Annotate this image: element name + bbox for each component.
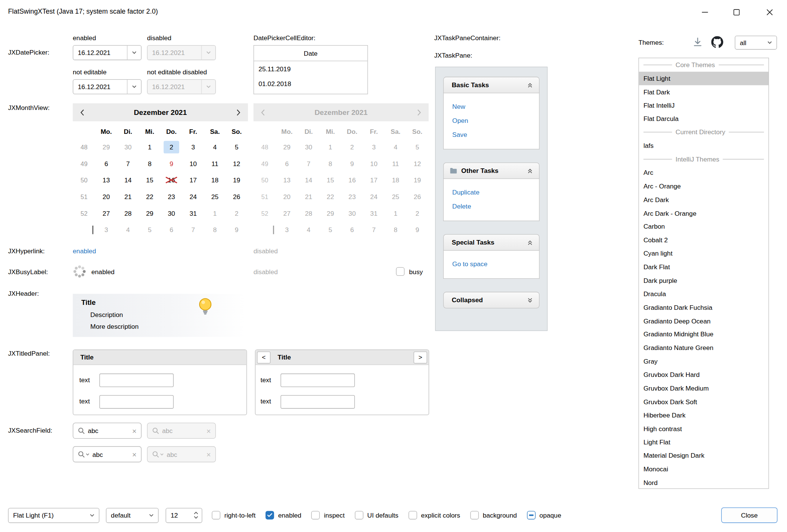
checkbox-ui-defaults[interactable]: UI defaults bbox=[355, 511, 398, 519]
theme-list-item[interactable]: Gradianto Nature Green bbox=[639, 341, 768, 355]
theme-list-item[interactable]: Hiberbee Dark bbox=[639, 408, 768, 422]
theme-list-item[interactable]: Gruvbox Dark Medium bbox=[639, 381, 768, 395]
datepicker-dropdown-button[interactable] bbox=[127, 80, 141, 94]
close-button[interactable]: Close bbox=[721, 507, 778, 523]
calendar-day[interactable]: 3 bbox=[182, 139, 204, 155]
checkbox-inspect[interactable]: inspect bbox=[312, 511, 345, 519]
calendar-day[interactable]: 30 bbox=[161, 205, 182, 222]
theme-list-item[interactable]: Arc Dark bbox=[639, 193, 768, 207]
calendar-day[interactable]: 7 bbox=[298, 155, 320, 172]
calendar-day[interactable]: 24 bbox=[363, 188, 385, 205]
calendar-day[interactable]: 6 bbox=[276, 155, 297, 172]
theme-list-item[interactable]: Gruvbox Dark Soft bbox=[639, 395, 768, 409]
calendar-day[interactable]: 8 bbox=[139, 155, 161, 172]
checkbox-box[interactable] bbox=[212, 511, 220, 519]
theme-list-item[interactable]: Flat IntelliJ bbox=[639, 99, 768, 112]
calendar-day[interactable]: 14 bbox=[298, 172, 320, 189]
close-window-button[interactable] bbox=[758, 2, 781, 22]
calendar-day[interactable]: 3 bbox=[95, 221, 117, 238]
calendar-day[interactable]: 22 bbox=[139, 188, 161, 205]
calendar-day[interactable]: 26 bbox=[226, 188, 247, 205]
calendar-day[interactable]: 8 bbox=[320, 155, 341, 172]
taskpane-header[interactable]: Special Tasks bbox=[443, 234, 540, 251]
minimize-button[interactable] bbox=[693, 2, 716, 22]
calendar-day[interactable]: 28 bbox=[298, 205, 320, 222]
theme-list-item[interactable]: Flat Dark bbox=[639, 85, 768, 99]
calendar-day[interactable]: 4 bbox=[385, 139, 406, 155]
calendar-day[interactable]: 3 bbox=[363, 139, 385, 155]
calendar-day[interactable]: 12 bbox=[226, 155, 247, 172]
theme-list-item[interactable]: Flat Light bbox=[639, 72, 768, 85]
checkbox-explicit-colors[interactable]: explicit colors bbox=[408, 511, 460, 519]
calendar-day[interactable]: 30 bbox=[298, 139, 320, 155]
calendar-day[interactable]: 17 bbox=[363, 172, 385, 189]
calendar-day[interactable]: 29 bbox=[276, 139, 297, 155]
search-input[interactable] bbox=[88, 427, 129, 435]
calendar-day[interactable]: 2 bbox=[341, 139, 363, 155]
calendar-day[interactable]: 25 bbox=[204, 188, 226, 205]
calendar-day[interactable]: 5 bbox=[406, 139, 428, 155]
calendar-day[interactable]: 13 bbox=[95, 172, 117, 189]
calendar-day[interactable]: 31 bbox=[182, 205, 204, 222]
datepicker-enabled[interactable]: 16.12.2021 bbox=[73, 45, 142, 60]
theme-list-item[interactable]: Arc Dark - Orange bbox=[639, 206, 768, 220]
laf-combobox[interactable]: Flat Light (F1) bbox=[8, 508, 99, 523]
checkbox-enabled[interactable]: enabled bbox=[266, 511, 301, 519]
busy-checkbox[interactable] bbox=[396, 267, 405, 276]
theme-list-item[interactable]: Light Flat bbox=[639, 435, 768, 449]
calendar-day[interactable]: 6 bbox=[161, 221, 182, 238]
theme-list-item[interactable]: Material Design Dark bbox=[639, 449, 768, 463]
calendar-day[interactable]: 10 bbox=[363, 155, 385, 172]
taskpane-header[interactable]: Collapsed bbox=[443, 292, 540, 309]
download-themes-icon[interactable] bbox=[692, 37, 703, 48]
calendar-day[interactable]: 25 bbox=[385, 188, 406, 205]
calendar-day[interactable]: 2 bbox=[161, 139, 182, 155]
calendar-day[interactable]: 1 bbox=[320, 139, 341, 155]
calendar-day[interactable]: 15 bbox=[139, 172, 161, 189]
theme-list-item[interactable]: Gruvbox Dark Hard bbox=[639, 368, 768, 382]
checkbox-box[interactable] bbox=[408, 511, 417, 519]
calendar-day[interactable]: 20 bbox=[276, 188, 297, 205]
theme-list-item[interactable]: Dracula bbox=[639, 287, 768, 301]
calendar-day[interactable]: 5 bbox=[226, 139, 247, 155]
taskpane-header[interactable]: Basic Tasks bbox=[443, 77, 540, 93]
calendar-day[interactable]: 7 bbox=[117, 155, 139, 172]
calendar-day[interactable]: 4 bbox=[117, 221, 139, 238]
calendar-day[interactable]: 23 bbox=[161, 188, 182, 205]
calendar-day[interactable]: 31 bbox=[363, 205, 385, 222]
text-input[interactable] bbox=[280, 373, 355, 387]
theme-list-item[interactable]: Dark Flat bbox=[639, 260, 768, 274]
table-row[interactable]: 01.02.2018 bbox=[254, 76, 367, 91]
calendar-day[interactable]: 26 bbox=[406, 188, 428, 205]
calendar-day[interactable]: 19 bbox=[406, 172, 428, 189]
theme-list-item[interactable]: Gradianto Dark Fuchsia bbox=[639, 301, 768, 314]
calendar-day[interactable]: 10 bbox=[182, 155, 204, 172]
calendar-day[interactable]: 27 bbox=[276, 205, 297, 222]
calendar-day[interactable]: 23 bbox=[341, 188, 363, 205]
search-menu-icon[interactable] bbox=[78, 451, 89, 458]
calendar-day[interactable]: 17 bbox=[182, 172, 204, 189]
calendar-day[interactable]: 2 bbox=[226, 205, 247, 222]
checkbox-box[interactable] bbox=[527, 511, 535, 519]
titledpanel-next-button[interactable]: > bbox=[414, 351, 427, 363]
theme-list-item[interactable]: Arc - Orange bbox=[639, 179, 768, 193]
calendar-day[interactable]: 12 bbox=[406, 155, 428, 172]
theme-list-item[interactable]: Flat Darcula bbox=[639, 112, 768, 126]
checkbox-box[interactable] bbox=[355, 511, 363, 519]
table-row[interactable]: 25.11.2019 bbox=[254, 61, 367, 76]
calendar-day[interactable]: 11 bbox=[385, 155, 406, 172]
task-link[interactable]: Duplicate bbox=[444, 185, 539, 199]
calendar-day[interactable]: 1 bbox=[385, 205, 406, 222]
calendar-day[interactable]: 11 bbox=[204, 155, 226, 172]
calendar-day[interactable]: 3 bbox=[276, 221, 297, 238]
calendar-day[interactable]: 6 bbox=[341, 221, 363, 238]
themes-filter-combobox[interactable]: all bbox=[735, 36, 777, 50]
checkbox-box[interactable] bbox=[266, 511, 274, 519]
theme-list-item[interactable]: Nord bbox=[639, 476, 768, 489]
task-link[interactable]: Save bbox=[444, 127, 539, 141]
calendar-day[interactable]: 6 bbox=[95, 155, 117, 172]
calendar-day[interactable]: 22 bbox=[320, 188, 341, 205]
calendar-day[interactable]: 18 bbox=[385, 172, 406, 189]
theme-list-item[interactable]: Gradianto Midnight Blue bbox=[639, 328, 768, 341]
theme-list-item[interactable]: Dark purple bbox=[639, 274, 768, 287]
